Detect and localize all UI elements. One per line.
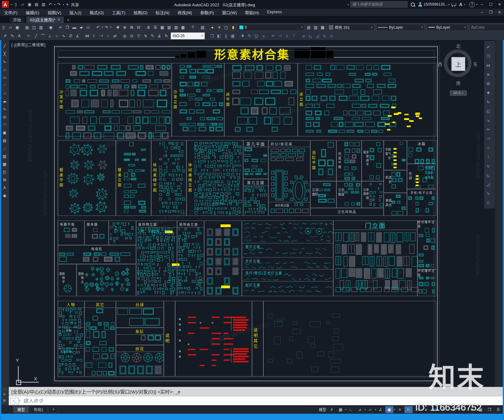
ellipse-arc-icon[interactable]: ◠ [2, 121, 8, 129]
dim-style-icon[interactable]: ✐ [2, 33, 9, 39]
section-plants-plan[interactable]: 植物平面 [58, 264, 77, 296]
dim-baseline-icon[interactable]: ⊣ [98, 33, 104, 39]
app-store-cart-icon[interactable] [451, 3, 456, 6]
match-properties-2-icon[interactable]: ▭ [85, 24, 91, 31]
menu-item-11[interactable]: 帮助(H) [241, 9, 263, 16]
light-sun-icon[interactable]: ☀ [216, 24, 222, 31]
plotstyle-combo[interactable]: ByColor▾ [469, 24, 504, 31]
print-preview-icon[interactable]: ◫ [31, 24, 37, 31]
section-cn-carve[interactable]: 中式雕件立面 [417, 269, 436, 296]
chamfer-icon[interactable]: ◺ [307, 33, 314, 39]
section-tea-plan[interactable]: 茶几平面 [243, 140, 268, 179]
copy-icon[interactable]: ❐ [64, 24, 71, 31]
section-misc-faint[interactable] [263, 301, 436, 377]
section-plants-elev[interactable]: 植物立面 [77, 264, 136, 296]
dim-aligned-icon[interactable]: ╱ [33, 33, 39, 39]
dim-update-icon[interactable]: ↻ [163, 33, 169, 39]
autocad-logo[interactable]: A [2, 1, 9, 8]
menu-item-4[interactable]: 格式(O) [86, 9, 108, 16]
minimize-button[interactable]: ─ [478, 1, 486, 8]
gradient-icon[interactable]: ▩ [2, 160, 8, 168]
status-osnap-icon[interactable]: ▣ [385, 406, 393, 413]
explode-icon[interactable]: ◇ [328, 33, 335, 39]
frame-icon[interactable]: ▢ [223, 24, 229, 31]
collapse-arrow-icon[interactable]: ▸ [348, 3, 349, 6]
viewcube-north[interactable]: 北 [456, 43, 461, 49]
search-icon[interactable] [411, 3, 415, 7]
redo-icon[interactable]: ↷ [103, 24, 110, 31]
plot-icon[interactable]: ▥ [38, 24, 44, 31]
undo-caret-icon[interactable]: ▾ [54, 3, 55, 6]
section-toilet-elev[interactable]: 坐便器立面 [362, 181, 384, 208]
offset-icon[interactable]: ∥ [223, 33, 229, 39]
stretch-icon[interactable]: ↘ [260, 33, 266, 39]
redo-icon[interactable]: ↷ [56, 1, 62, 8]
linetype-combo[interactable]: ByLayer▾ [376, 24, 425, 31]
rectangle-icon[interactable]: ▭ [2, 73, 8, 81]
point-style-icon[interactable]: ◉ [2, 192, 8, 199]
new-icon[interactable]: ▯ [13, 1, 19, 8]
move-icon[interactable]: ✚ [239, 33, 246, 39]
section-tv[interactable]: 电视机 [58, 245, 136, 264]
center-mark-icon[interactable]: ⊙ [129, 33, 135, 39]
undo-icon[interactable]: ↶ [47, 1, 54, 8]
viewcube-west[interactable]: 西 [438, 61, 442, 67]
dim-ordinate-icon[interactable]: ⊥ [47, 33, 53, 39]
status-snap-caret-icon[interactable]: ▾ [345, 408, 346, 411]
section-tea-elev[interactable]: 茶几立面 [243, 179, 268, 216]
viewcube-south[interactable]: 南 [456, 80, 461, 86]
inspect-icon[interactable]: ▽ [135, 33, 142, 39]
section-frames[interactable] [204, 221, 242, 296]
ellipse-icon[interactable]: ◎ [2, 113, 8, 121]
status-grid-icon[interactable]: # [328, 406, 336, 413]
menu-item-7[interactable]: 标注(N) [152, 9, 174, 16]
save-icon[interactable]: ▣ [14, 24, 20, 31]
cut-icon[interactable]: ✂ [57, 24, 64, 31]
section-office[interactable]: 办公/会议桌床头柜立面 [268, 140, 310, 216]
scale-icon[interactable]: ◱ [253, 33, 260, 39]
join-icon[interactable]: ∪ [301, 33, 307, 39]
user-avatar-icon[interactable] [418, 2, 422, 7]
add-layout-button[interactable]: + [48, 406, 59, 413]
dim-text-icon[interactable]: A [16, 33, 22, 39]
viewport-controls[interactable]: [-][俯视][二维线框] [11, 42, 46, 47]
layer-tool-2-icon[interactable]: ▥ [312, 24, 319, 31]
open-icon[interactable]: ▱ [20, 1, 26, 8]
section-dining-elev[interactable]: 餐桌立面 [116, 140, 151, 216]
command-prompt-icon[interactable]: >_ [10, 398, 19, 404]
hatch-icon[interactable]: ▨ [2, 152, 8, 160]
dim-jogged-icon[interactable]: ∿ [60, 33, 67, 39]
menu-item-10[interactable]: 窗口(W) [218, 9, 241, 16]
section-people[interactable]: 人物衣物五金配件 [58, 301, 84, 377]
status-customization-icon[interactable]: ☰ [494, 406, 502, 413]
doc-minimize-button[interactable]: ─ [478, 9, 486, 16]
layer-properties-icon[interactable]: ≣ [145, 24, 152, 31]
section-fitness[interactable]: 健身器 [84, 221, 109, 245]
section-bed-plan[interactable]: 床平面 [224, 63, 298, 136]
section-cabinet-elev[interactable]: 衣柜/柜子立面 [407, 189, 436, 216]
copy-object-icon[interactable]: ❐ [209, 33, 215, 39]
new-tab-button[interactable]: + [65, 17, 71, 23]
menu-item-1[interactable]: 编辑(E) [22, 9, 43, 16]
polygon-icon[interactable]: ⌂ [2, 66, 8, 73]
customize-wrench-icon[interactable]: ⚒ [3, 399, 6, 403]
status-snap-icon[interactable]: ▦ [336, 406, 345, 413]
dimstyle-combo[interactable]: ISO-25▾ [171, 32, 205, 39]
wcs-dropdown[interactable]: WCS▾ [450, 90, 467, 96]
extend-icon[interactable]: ⊣ [277, 33, 283, 39]
section-bath-acc[interactable]: 卫生间饰品 [310, 208, 384, 216]
section-legend[interactable] [175, 301, 252, 377]
print-icon[interactable]: ▤ [24, 24, 30, 31]
publish-icon[interactable]: ◉ [48, 24, 54, 31]
section-note-other[interactable]: 说明其它 [252, 301, 263, 377]
section-aircon[interactable]: 空调电饭煲饮水机热水器 [407, 164, 436, 189]
layer-isolate-icon[interactable]: ▦ [159, 24, 165, 31]
section-bath-plan[interactable]: 浴缸平面 [310, 140, 336, 181]
layer-tool-3-icon[interactable]: ▦ [319, 24, 326, 31]
tab-model[interactable]: 模型 [13, 406, 29, 413]
share-plane-icon[interactable]: ➤ [64, 1, 71, 8]
section-basin-elev[interactable]: 台盆立面 [336, 181, 362, 208]
layer-manager-icon[interactable]: ☰ [152, 24, 158, 31]
lock-icon[interactable]: ▮ [230, 24, 236, 31]
drawing-workspace[interactable]: [-][俯视][二维线框] 形意素材合集 北 南 西 东 上 WCS▾ Y X … [0, 40, 504, 387]
